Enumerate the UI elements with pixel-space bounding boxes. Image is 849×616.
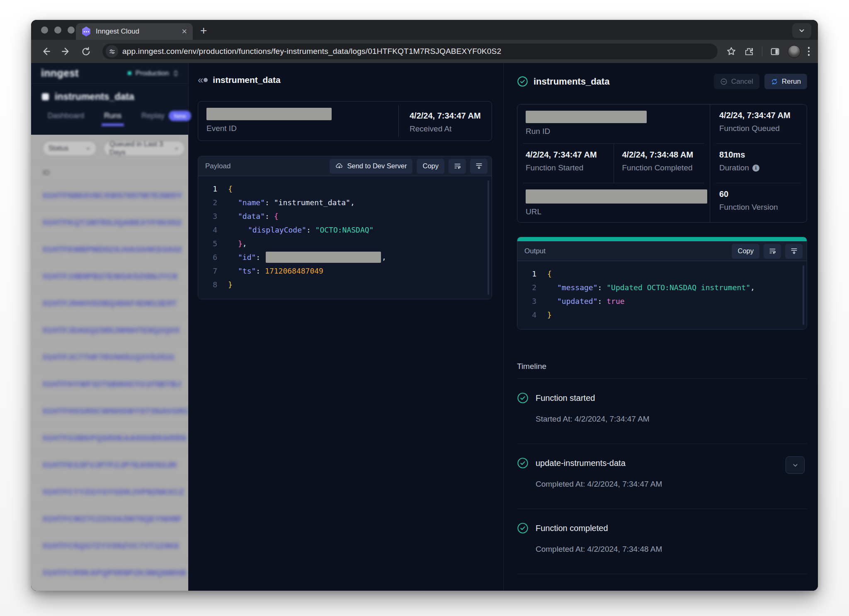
run-title: instruments_data <box>534 76 609 87</box>
wrap-text-button[interactable] <box>449 159 466 174</box>
tab-close-icon[interactable]: × <box>182 27 187 36</box>
environment-status-icon <box>128 71 131 75</box>
run-id-link[interactable]: 01HTFG3BKPQSR0EAA93GBRARRN <box>31 424 188 451</box>
duration-value: 810ms <box>719 150 807 160</box>
chevron-up-down-icon <box>173 70 178 77</box>
minimize-window-button[interactable] <box>54 27 61 34</box>
reload-icon <box>81 46 91 57</box>
run-id-link[interactable]: 01HTFJC7THF7RVN051Q3YD2531 <box>31 344 188 371</box>
new-badge: New <box>169 111 191 121</box>
redacted-value <box>266 252 381 263</box>
status-filter-label: Status <box>49 144 68 153</box>
code-scrollbar[interactable] <box>488 180 489 295</box>
browser-window: Inngest Cloud × + app.inngest.com/env/pr… <box>31 20 818 591</box>
reload-button[interactable] <box>78 43 94 60</box>
code-line: 1{ <box>517 267 807 281</box>
run-id-label: Run ID <box>526 127 710 136</box>
received-at-label: Received At <box>410 124 492 133</box>
chevron-down-icon <box>85 146 91 151</box>
run-id-list: 01HTFN86XV8CXWS7657W7E3WDY01HTFKQT1M7RSJ… <box>31 182 188 586</box>
environment-label: Production <box>136 69 169 78</box>
bookmark-star-icon[interactable] <box>726 46 737 57</box>
profile-avatar[interactable] <box>788 45 800 58</box>
output-success-bar <box>517 237 807 241</box>
tab-replay[interactable]: Replay New <box>141 111 191 127</box>
window-controls[interactable] <box>41 27 75 34</box>
cancel-button[interactable]: Cancel <box>714 74 759 89</box>
run-id-link[interactable]: 01HTFHYWF32TSB9HGTG1F5BTBJ <box>31 371 188 398</box>
scroll-to-bottom-button[interactable] <box>785 244 803 259</box>
code-line: 5}, <box>198 237 492 250</box>
run-id-link[interactable]: 01HTFN86XV8CXWS7657W7E3WDY <box>31 182 188 209</box>
tab-dashboard[interactable]: Dashboard <box>48 112 84 126</box>
toolbar-right <box>726 45 812 58</box>
scroll-to-bottom-button[interactable] <box>470 159 488 174</box>
run-id-link[interactable]: 01HTFJ3B9PB27EWGK5Z086JYC8 <box>31 263 188 290</box>
browser-tab[interactable]: Inngest Cloud × <box>76 23 193 40</box>
tab-search-button[interactable] <box>792 23 811 38</box>
output-title: Output <box>524 247 728 255</box>
code-line: 6"id": , <box>198 250 492 264</box>
step-check-icon <box>517 457 529 469</box>
payload-title: Payload <box>205 162 325 170</box>
wrap-text-icon <box>454 162 461 170</box>
chevron-down-icon <box>792 462 799 469</box>
timeline-step-time: Completed At: 4/2/2024, 7:34:47 AM <box>536 480 807 489</box>
payload-card: Payload Send to Dev Server Copy 1{2"name… <box>198 156 492 299</box>
back-button[interactable] <box>38 43 54 60</box>
run-id-link[interactable]: 01HTFEG3FVJP7FZJP7EA5KN3JR <box>31 451 188 478</box>
tab-runs[interactable]: Runs <box>104 112 121 126</box>
timeline-item: Function started Started At: 4/2/2024, 7… <box>517 379 807 436</box>
function-icon <box>42 93 49 100</box>
run-id-link[interactable]: 01HTFKMBPMD0ZAJ4AG04KD3A02 <box>31 236 188 263</box>
browser-menu-icon[interactable] <box>808 47 810 56</box>
step-check-icon <box>517 392 529 404</box>
tab-replay-label: Replay <box>141 112 165 120</box>
duration-label: Duration <box>719 163 749 172</box>
wrap-text-button[interactable] <box>764 244 781 259</box>
code-scrollbar[interactable] <box>803 265 804 325</box>
side-panel-icon[interactable] <box>770 46 780 57</box>
function-completed-value: 4/2/24, 7:34:48 AM <box>622 150 710 160</box>
url-bar[interactable]: app.inngest.com/env/production/functions… <box>102 44 718 59</box>
forward-arrow-icon <box>61 46 71 57</box>
time-filter-dropdown[interactable]: Queued in Last 3 Days <box>104 141 185 156</box>
environment-selector[interactable]: Production <box>124 67 182 80</box>
run-panel: instruments_data Cancel Rerun <box>504 63 818 591</box>
rerun-refresh-icon <box>771 78 778 85</box>
timeline-title: Timeline <box>517 362 807 371</box>
code-line: 8} <box>198 278 492 291</box>
expand-step-button[interactable] <box>786 456 805 474</box>
run-id-link[interactable]: 01HTFHXGR0CWNHSWYST3NAVGRC <box>31 398 188 424</box>
sidebar: inngest Production instruments_data Dash… <box>31 63 189 591</box>
run-id-link[interactable]: 01HTFCYYZGYGYGDKJVP82NKXCZ <box>31 478 188 505</box>
rerun-button[interactable]: Rerun <box>764 74 807 89</box>
app-content: inngest Production instruments_data Dash… <box>31 63 818 591</box>
run-id-link[interactable]: 01HTFC5QG7ZYVXNZVC7VT1Z4K6 <box>31 532 188 559</box>
code-line: 2"name": "instrument_data", <box>198 196 492 209</box>
forward-button[interactable] <box>58 43 74 60</box>
chevron-down-icon <box>174 146 179 151</box>
new-tab-button[interactable]: + <box>200 25 207 36</box>
send-to-dev-server-button[interactable]: Send to Dev Server <box>330 159 412 174</box>
timeline-item: Function completed Completed At: 4/2/202… <box>517 509 807 566</box>
site-info-icon[interactable] <box>106 45 118 58</box>
extensions-puzzle-icon[interactable] <box>744 46 754 57</box>
function-started-label: Function Started <box>526 163 614 172</box>
event-icon: « <box>198 76 208 84</box>
cancel-circle-icon <box>720 78 728 85</box>
output-copy-button[interactable]: Copy <box>732 244 759 259</box>
code-line: 4} <box>517 308 807 322</box>
run-id-link[interactable]: 01HTFCR9KAPQP0R8PZK3MQNMXB <box>31 559 188 586</box>
status-filter-dropdown[interactable]: Status <box>43 141 97 156</box>
run-id-link[interactable]: 01HTFJDA6Q2385JWNHTE8Q2Q0X <box>31 317 188 344</box>
payload-copy-button[interactable]: Copy <box>417 159 444 174</box>
cancel-label: Cancel <box>731 78 753 86</box>
run-id-link[interactable]: 01HTFKQT1M7RSJQABEXYF0K0S2 <box>31 209 188 236</box>
run-id-link[interactable]: 01HTFJ94HVE0BQ48AF4DM13E9T <box>31 290 188 317</box>
close-window-button[interactable] <box>41 27 48 34</box>
event-panel: « instrument_data Event ID 4/2/24, 7:34:… <box>189 63 504 591</box>
info-icon[interactable]: i <box>752 165 759 172</box>
zoom-window-button[interactable] <box>68 27 75 34</box>
run-id-link[interactable]: 01HTFCWZ7CZ2X3AZM75QEYNH8F <box>31 505 188 532</box>
